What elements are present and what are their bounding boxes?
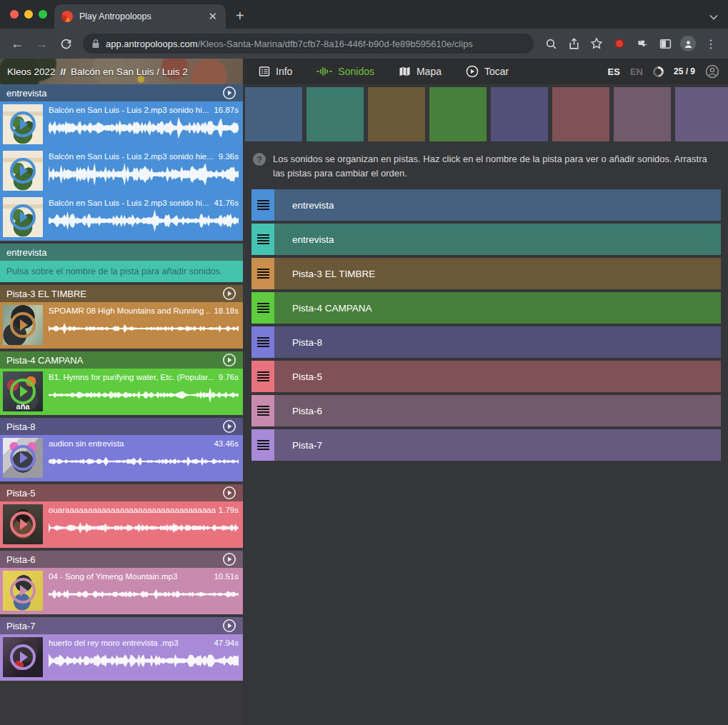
sidebar-track-header[interactable]: entrevista — [0, 244, 243, 261]
track-name-button[interactable]: Pista-3 EL TIMBRE — [274, 258, 721, 289]
zoom-icon[interactable] — [541, 34, 561, 54]
extensions-puzzle-icon[interactable] — [632, 34, 652, 54]
track-color-swatch[interactable] — [675, 87, 728, 141]
tab-title: Play Antropoloops — [79, 11, 200, 21]
sidebar-track-header[interactable]: Pista-5 — [0, 484, 243, 501]
track-play-button[interactable] — [222, 86, 236, 100]
clip-item[interactable]: ouaraaaaaaaaaaaaaaaaaaaaaaaaaaaaaaaaaaaa… — [0, 501, 243, 548]
record-extension-icon[interactable] — [609, 34, 629, 54]
sidebar-track-header[interactable]: Pista-6 — [0, 551, 243, 568]
drag-handle[interactable] — [251, 292, 274, 324]
track-name-button[interactable]: entrevista — [274, 224, 721, 255]
clip-item[interactable]: Balcón en San Luis - Luis 2.mp3 sonido h… — [0, 148, 243, 194]
track-play-button[interactable] — [222, 552, 236, 566]
sidebar-track-header[interactable]: Pista-7 — [0, 617, 243, 634]
clip-name: Balcón en San Luis - Luis 2.mp3 sonido h… — [49, 199, 211, 207]
forward-button[interactable]: → — [31, 34, 51, 54]
clip-duration: 43.46s — [214, 439, 239, 448]
track-name-button[interactable]: Pista-4 CAMPANA — [274, 292, 721, 324]
track-name-button[interactable]: Pista-8 — [274, 326, 721, 358]
clip-waveform — [49, 649, 239, 673]
track-color-swatch[interactable] — [552, 87, 609, 141]
clip-item[interactable]: 04 - Song of Yimeng Mountain.mp310.51s — [0, 568, 243, 614]
clip-play-button[interactable] — [10, 158, 36, 184]
share-icon[interactable] — [564, 34, 584, 54]
clip-item[interactable]: Balcón en San Luis - Luis 2.mp3 sonido h… — [0, 101, 243, 148]
profile-avatar[interactable] — [678, 34, 698, 54]
track-color-swatch[interactable] — [245, 87, 302, 141]
sidebar-clip-list: entrevistaBalcón en San Luis - Luis 2.mp… — [0, 84, 243, 725]
track-color-swatch[interactable] — [614, 87, 671, 141]
drag-handle[interactable] — [251, 361, 274, 392]
clip-item[interactable]: SPOAMR 08 High Mountains and Running ...… — [0, 302, 243, 349]
sidebar-track-header[interactable]: entrevista — [0, 84, 243, 101]
track-name-button[interactable]: entrevista — [274, 189, 721, 221]
track-color-swatch[interactable] — [306, 87, 364, 141]
browser-tab[interactable]: Play Antropoloops ✕ — [54, 4, 226, 29]
track-name-button[interactable]: Pista-5 — [274, 361, 721, 392]
drag-handle[interactable] — [251, 326, 274, 358]
minimize-window-button[interactable] — [24, 10, 33, 19]
clip-item[interactable]: huerto del rey moro entrevista .mp347.94… — [0, 634, 243, 681]
address-bar[interactable]: app.antropoloops.com/Kleos-Santa-Marina/… — [83, 34, 534, 54]
drag-handle-icon — [257, 406, 269, 416]
clip-item[interactable]: añaB1. Hymns for purifying water, Etc. (… — [0, 369, 243, 415]
tab-mapa[interactable]: Mapa — [399, 66, 442, 77]
tab-sonidos[interactable]: Sonidos — [316, 66, 374, 77]
clip-play-button[interactable] — [10, 204, 36, 230]
sidebar-section: Pista-4 CAMPANAañaB1. Hymns for purifyin… — [0, 351, 243, 415]
clip-item[interactable]: Balcón en San Luis - Luis 2.mp3 sonido h… — [0, 194, 243, 241]
track-play-button[interactable] — [222, 619, 236, 633]
sidebar-track-header[interactable]: Pista-8 — [0, 418, 243, 435]
close-window-button[interactable] — [10, 10, 19, 19]
reload-button[interactable] — [56, 34, 76, 54]
tab-tocar[interactable]: Tocar — [466, 65, 509, 78]
drag-handle[interactable] — [251, 224, 274, 255]
sidebar-section: Pista-5ouaraaaaaaaaaaaaaaaaaaaaaaaaaaaaa… — [0, 484, 243, 548]
clip-play-button[interactable] — [10, 578, 36, 604]
track-title: Pista-8 — [6, 421, 35, 432]
account-icon[interactable] — [705, 64, 719, 79]
track-play-button[interactable] — [222, 286, 236, 301]
clip-play-button[interactable] — [10, 511, 36, 537]
drag-handle[interactable] — [251, 258, 274, 289]
clip-duration: 9.36s — [219, 152, 239, 161]
track-title: Pista-6 — [6, 554, 35, 565]
breadcrumb-project[interactable]: Kleos 2022 — [7, 66, 56, 77]
tab-close-icon[interactable]: ✕ — [206, 10, 219, 23]
browser-menu-icon[interactable]: ⋮ — [701, 34, 721, 54]
drag-handle[interactable] — [251, 189, 274, 221]
tab-info[interactable]: Info — [259, 66, 292, 77]
clip-play-button[interactable] — [10, 379, 36, 404]
tab-strip-chevron-icon[interactable] — [709, 11, 718, 22]
sidebar-track-header[interactable]: Pista-4 CAMPANA — [0, 351, 243, 369]
track-play-button[interactable] — [222, 419, 236, 434]
drag-handle[interactable] — [251, 395, 274, 426]
back-button[interactable]: ← — [7, 34, 27, 54]
clip-play-button[interactable] — [10, 111, 36, 137]
track-color-swatch[interactable] — [429, 87, 487, 141]
track-name-button[interactable]: Pista-6 — [274, 395, 721, 426]
window-controls[interactable] — [10, 10, 47, 19]
track-name-button[interactable]: Pista-7 — [274, 429, 721, 461]
lang-en-button[interactable]: EN — [630, 66, 643, 77]
lang-es-button[interactable]: ES — [608, 66, 620, 77]
clip-play-button[interactable] — [10, 312, 36, 338]
clip-play-button[interactable] — [10, 445, 36, 471]
drag-handle[interactable] — [251, 429, 274, 461]
track-title: Pista-5 — [6, 488, 35, 499]
clip-waveform — [49, 383, 239, 407]
side-panel-icon[interactable] — [655, 34, 675, 54]
bookmark-star-icon[interactable] — [587, 34, 607, 54]
new-tab-button[interactable]: + — [236, 8, 244, 24]
sidebar-track-header[interactable]: Pista-3 EL TIMBRE — [0, 285, 243, 302]
map-thumbnail[interactable]: Kleos 2022//Balcón en San Luis / Luis 2 — [0, 59, 243, 84]
track-play-button[interactable] — [222, 353, 236, 367]
fullscreen-window-button[interactable] — [39, 10, 47, 19]
track-play-button[interactable] — [222, 486, 236, 500]
clip-item[interactable]: audion sin entrevista43.46s — [0, 435, 243, 481]
track-color-swatch[interactable] — [368, 87, 425, 141]
clip-play-button[interactable] — [10, 644, 36, 670]
track-color-swatch[interactable] — [491, 87, 548, 141]
track-swatch-row — [245, 87, 728, 141]
